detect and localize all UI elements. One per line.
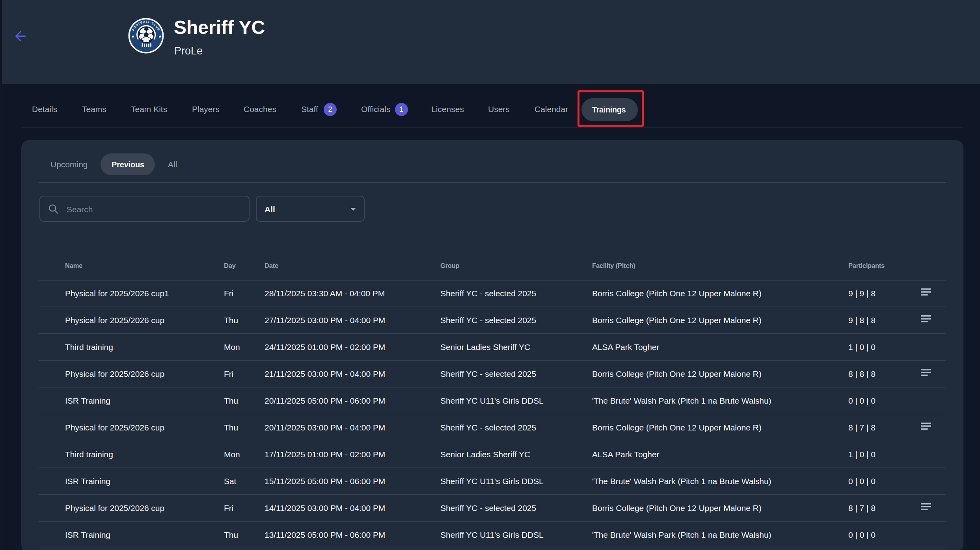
svg-text:★: ★ bbox=[158, 34, 162, 39]
svg-text:★: ★ bbox=[131, 34, 135, 39]
